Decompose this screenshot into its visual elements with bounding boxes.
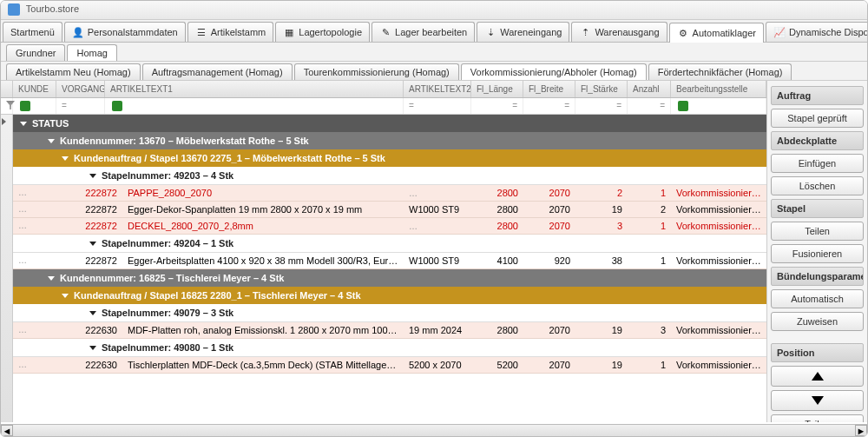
table-row[interactable]: …222872Egger-Dekor-Spanplatten 19 mm 280… <box>13 202 766 218</box>
main-tab-8[interactable]: 📈Dynamische Disposition <box>766 22 868 42</box>
chevron-down-icon[interactable] <box>48 139 55 143</box>
cell-artikeltext1: PAPPE_2800_2070 <box>122 185 404 201</box>
excel-icon[interactable] <box>678 101 688 111</box>
table-row[interactable]: …222872Egger-Arbeitsplatten 4100 x 920 x… <box>13 253 766 269</box>
sub-tab-1[interactable]: Homag <box>67 44 116 61</box>
table-row[interactable]: …222872DECKEL_2800_2070_2,8mm…2800207031… <box>13 218 766 235</box>
position-down-button[interactable] <box>771 390 864 411</box>
col-bearbeitung[interactable]: Bearbeitungsstelle <box>671 81 766 97</box>
cell-laenge: 5200 <box>471 357 523 373</box>
einfuegen-button[interactable]: Einfügen <box>771 154 864 173</box>
main-tab-5[interactable]: ⇣Wareneingang <box>477 22 569 42</box>
col-artikeltext2[interactable]: ARTIKELTEXT2 <box>404 81 471 97</box>
chevron-down-icon[interactable] <box>89 311 96 315</box>
section-auftrag: Auftrag <box>771 86 864 105</box>
main-tab-7[interactable]: ⚙Automatiklager <box>669 23 764 43</box>
cell-laenge: 4100 <box>471 253 523 268</box>
status-group[interactable]: STATUS <box>13 115 766 132</box>
col-vorgang[interactable]: VORGANG <box>56 81 105 97</box>
stapel-group[interactable]: Stapelnummer: 49079 – 3 Stk <box>13 304 766 322</box>
horizontal-scrollbar[interactable]: ◄ ► <box>1 424 867 436</box>
cell-vorgang: 222872 <box>74 185 122 201</box>
main-tab-1[interactable]: 👤Personalstammdaten <box>64 22 186 42</box>
col-anzahl[interactable]: Anzahl <box>628 81 671 97</box>
chevron-down-icon[interactable] <box>62 156 69 161</box>
chevron-down-icon[interactable] <box>62 294 69 298</box>
kunde-group[interactable]: Kundennummer: 16825 – Tischlerei Meyer –… <box>13 269 766 287</box>
automatisch-button[interactable]: Automatisch <box>771 289 864 308</box>
sub-tab-0[interactable]: Grundner <box>6 44 65 61</box>
excel-icon[interactable] <box>112 101 122 111</box>
main-tab-0[interactable]: Startmenü <box>3 22 62 42</box>
col-breite[interactable]: Fl_Breite <box>523 81 575 97</box>
chevron-down-icon[interactable] <box>89 242 96 246</box>
chevron-down-icon[interactable] <box>89 174 96 178</box>
sub-tab2-2[interactable]: Tourenkommissionierung (Homag) <box>294 63 459 80</box>
auftrag-group[interactable]: Kundenauftrag / Stapel 13670 2275_1 – Mö… <box>13 149 766 167</box>
row-dots: … <box>13 322 74 338</box>
cell-laenge: 2800 <box>471 185 523 201</box>
position-teilen-button[interactable]: Teilen <box>771 414 864 422</box>
fusionieren-button[interactable]: Fusionieren <box>771 244 864 263</box>
auftrag-group[interactable]: Kundenauftrag / Stapel 16825 2280_1 – Ti… <box>13 287 766 304</box>
cell-anzahl: 3 <box>628 322 671 338</box>
expand-all-icon[interactable] <box>2 118 6 125</box>
cell-artikeltext2: W1000 ST9 <box>404 202 471 217</box>
cell-anzahl: 1 <box>628 253 671 268</box>
position-up-button[interactable] <box>771 366 864 387</box>
table-row[interactable]: …222630MDF-Platten roh, analog Emissions… <box>13 322 766 339</box>
arrow-down-icon <box>812 396 824 405</box>
cell-bearbeitung: Vorkommissionierung <box>671 253 766 268</box>
cell-artikeltext2: 19 mm 2024 <box>404 322 471 338</box>
table-row[interactable]: …222630Tischlerplatten MDF-Deck (ca.3,5m… <box>13 357 766 374</box>
main-tab-4[interactable]: ✎Lager bearbeiten <box>372 22 475 42</box>
col-staerke[interactable]: Fl_Stärke <box>575 81 628 97</box>
col-kunde[interactable]: KUNDE <box>13 81 56 97</box>
col-laenge[interactable]: Fl_Länge <box>471 81 523 97</box>
scroll-left-icon[interactable]: ◄ <box>1 425 13 436</box>
arrow-up-icon <box>812 372 824 381</box>
col-artikeltext1[interactable]: ARTIKELTEXT1 <box>105 81 404 97</box>
tab-icon: ⚙ <box>677 27 689 39</box>
cell-artikeltext1: Tischlerplatten MDF-Deck (ca.3,5mm Deck)… <box>122 357 404 373</box>
cell-vorgang: 222872 <box>74 218 122 234</box>
scroll-right-icon[interactable]: ► <box>855 425 867 436</box>
sub-tab2-4[interactable]: Fördertechnikfächer (Homag) <box>648 63 792 80</box>
main-tab-6[interactable]: ⇡Warenausgang <box>571 22 667 42</box>
cell-artikeltext1: DECKEL_2800_2070_2,8mm <box>122 218 404 234</box>
cell-vorgang: 222630 <box>74 357 122 373</box>
stapel-group[interactable]: Stapelnummer: 49080 – 1 Stk <box>13 339 766 357</box>
cell-breite: 2070 <box>523 185 575 201</box>
title-bar: Tourbo.store <box>1 1 867 20</box>
loeschen-button[interactable]: Löschen <box>771 176 864 195</box>
cell-anzahl: 1 <box>628 185 671 201</box>
sub-tab2-3[interactable]: Vorkommissionierung/Abholer (Homag) <box>461 63 647 80</box>
stapel-group[interactable]: Stapelnummer: 49203 – 4 Stk <box>13 167 766 185</box>
main-tab-3[interactable]: ▦Lagertopologie <box>275 22 370 42</box>
excel-icon[interactable] <box>20 101 30 111</box>
cell-artikeltext2: … <box>404 185 471 201</box>
main-tab-2[interactable]: ☰Artikelstamm <box>187 22 274 42</box>
table-row[interactable]: …222872PAPPE_2800_2070…2800207021Vorkomm… <box>13 185 766 202</box>
teilen-button[interactable]: Teilen <box>771 222 864 241</box>
cell-bearbeitung: Vorkommissionierung <box>671 202 766 217</box>
cell-artikeltext1: Egger-Arbeitsplatten 4100 x 920 x 38 mm … <box>122 253 404 268</box>
grid-filter-row: = = = = = = <box>1 98 766 115</box>
chevron-down-icon[interactable] <box>48 276 55 281</box>
kunde-group[interactable]: Kundennummer: 13670 – Möbelwerkstatt Rot… <box>13 132 766 149</box>
chevron-down-icon[interactable] <box>20 122 27 126</box>
cell-bearbeitung: Vorkommissionierung <box>671 218 766 234</box>
section-position: Position <box>771 343 864 362</box>
zuweisen-button[interactable]: Zuweisen <box>771 312 864 331</box>
cell-breite: 2070 <box>523 218 575 234</box>
stapel-group[interactable]: Stapelnummer: 49204 – 1 Stk <box>13 235 766 253</box>
sub-tab2-0[interactable]: Artikelstamm Neu (Homag) <box>6 63 141 80</box>
grid-body: STATUSKundennummer: 13670 – Möbelwerksta… <box>13 115 766 422</box>
sub-tab2-1[interactable]: Auftragsmanagement (Homag) <box>142 63 293 80</box>
stapel-geprueft-button[interactable]: Stapel geprüft <box>771 109 864 128</box>
tab-icon: ▦ <box>283 26 295 38</box>
chevron-down-icon[interactable] <box>89 346 96 350</box>
cell-vorgang: 222630 <box>74 322 122 338</box>
cell-bearbeitung: Vorkommissionierung <box>671 322 766 338</box>
cell-artikeltext2: 5200 x 2070 <box>404 357 471 373</box>
